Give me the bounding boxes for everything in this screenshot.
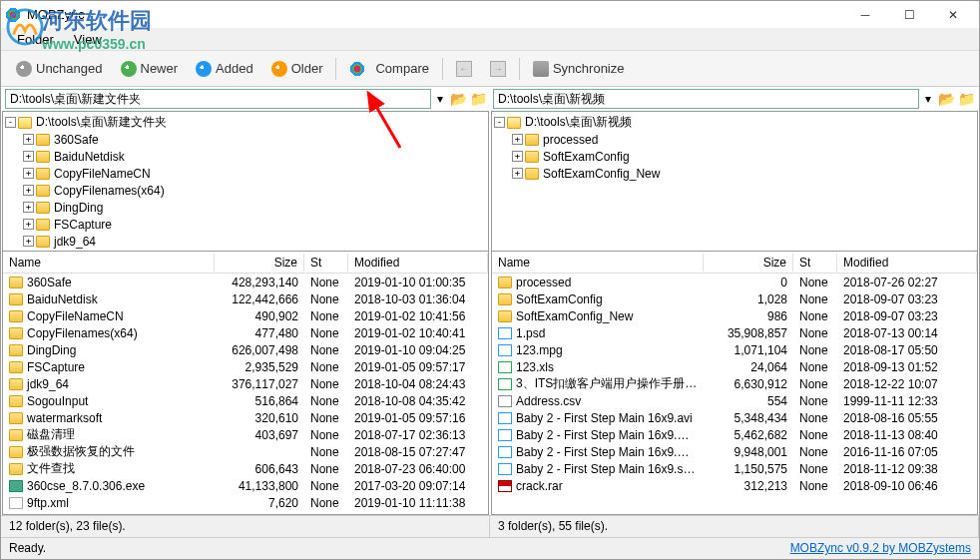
list-row[interactable]: watermarksoft320,610None2019-01-05 09:57… xyxy=(3,409,488,426)
menu-view[interactable]: View xyxy=(64,30,112,49)
list-row[interactable]: BaiduNetdisk122,442,666None2018-10-03 01… xyxy=(3,290,488,307)
list-row[interactable]: jdk9_64376,117,027None2018-10-04 08:24:4… xyxy=(3,375,488,392)
nav-left-button[interactable]: ← xyxy=(447,56,481,82)
tree-item[interactable]: +jdk9_64 xyxy=(5,233,486,250)
col-st[interactable]: St xyxy=(793,254,837,272)
tree-expand-icon[interactable]: + xyxy=(23,134,34,145)
right-folder-up-icon[interactable]: 📂 xyxy=(937,90,955,108)
list-row[interactable]: 1.psd35,908,857None2018-07-13 00:14 xyxy=(492,324,977,341)
tree-item[interactable]: +DingDing xyxy=(5,199,486,216)
list-row[interactable]: processed0None2018-07-26 02:27 xyxy=(492,274,977,290)
tree-item[interactable]: +BaiduNetdisk xyxy=(5,148,486,165)
right-folder-open-icon[interactable]: 📁 xyxy=(957,90,975,108)
list-row[interactable]: Baby 2 - First Step Main 16x9.mov5,462,6… xyxy=(492,426,977,443)
right-list[interactable]: Name Size St Modified processed0None2018… xyxy=(492,252,977,514)
tree-item[interactable]: +processed xyxy=(494,131,975,148)
tree-item[interactable]: +CopyFileNameCN xyxy=(5,165,486,182)
tree-collapse-icon[interactable]: - xyxy=(494,117,505,128)
list-row[interactable]: SoftExamConfig1,028None2018-09-07 03:23 xyxy=(492,290,977,307)
right-path-input[interactable] xyxy=(493,89,919,109)
left-folder-open-icon[interactable]: 📁 xyxy=(469,90,487,108)
tree-expand-icon[interactable]: + xyxy=(512,134,523,145)
filter-unchanged-button[interactable]: Unchanged xyxy=(7,56,112,82)
folder-icon xyxy=(9,361,23,373)
list-row[interactable]: crack.rar312,213None2018-09-10 06:46 xyxy=(492,477,977,494)
col-st[interactable]: St xyxy=(304,254,348,272)
col-modified[interactable]: Modified xyxy=(348,254,488,272)
list-row[interactable]: 360cse_8.7.0.306.exe41,133,800None2017-0… xyxy=(3,477,488,494)
nav-right-button[interactable]: → xyxy=(481,56,515,82)
tree-expand-icon[interactable]: + xyxy=(23,236,34,247)
left-path-input[interactable] xyxy=(5,89,431,109)
minimize-button[interactable]: ─ xyxy=(843,1,887,29)
list-row[interactable]: Baby 2 - First Step Main 16x9.smv1,150,5… xyxy=(492,460,977,477)
list-row[interactable]: Baby 2 - First Step Main 16x9.avi5,348,4… xyxy=(492,409,977,426)
col-name[interactable]: Name xyxy=(3,254,215,272)
file-size: 490,902 xyxy=(215,309,304,323)
file-size: 5,462,682 xyxy=(704,428,793,442)
list-row[interactable]: Baby 2 - First Step Main 16x9.mp49,948,0… xyxy=(492,443,977,460)
filter-older-button[interactable]: Older xyxy=(262,56,332,82)
list-row[interactable]: 9ftp.xml7,620None2019-01-10 11:11:38 xyxy=(3,494,488,511)
tree-expand-icon[interactable]: + xyxy=(23,202,34,213)
maximize-button[interactable]: ☐ xyxy=(887,1,931,29)
tree-expand-icon[interactable]: + xyxy=(23,185,34,196)
left-list[interactable]: Name Size St Modified 360Safe428,293,140… xyxy=(3,252,488,514)
file-status: None xyxy=(793,479,837,493)
right-tree[interactable]: - D:\tools\桌面\新视频 +processed+SoftExamCon… xyxy=(492,112,977,252)
list-row[interactable]: SogouInput516,864None2018-10-08 04:35:42 xyxy=(3,392,488,409)
filter-added-button[interactable]: Added xyxy=(187,56,262,82)
credit-link[interactable]: MOBZync v0.9.2 by MOBZystems xyxy=(782,538,979,559)
tree-item[interactable]: +SoftExamConfig_New xyxy=(494,165,975,182)
right-path-dropdown[interactable]: ▾ xyxy=(921,92,935,106)
list-row[interactable]: CopyFileNameCN490,902None2019-01-02 10:4… xyxy=(3,307,488,324)
col-name[interactable]: Name xyxy=(492,254,704,272)
list-row[interactable]: Address.csv554None1999-11-11 12:33 xyxy=(492,392,977,409)
tree-item[interactable]: +360Safe xyxy=(5,131,486,148)
close-button[interactable]: ✕ xyxy=(931,1,975,29)
list-row[interactable]: 360Safe428,293,140None2019-01-10 01:00:3… xyxy=(3,274,488,290)
file-status: None xyxy=(304,343,348,357)
menu-folder[interactable]: Folder xyxy=(7,30,64,49)
sync-label: Synchronize xyxy=(553,61,625,76)
tree-expand-icon[interactable]: + xyxy=(23,219,34,230)
list-row[interactable]: CopyFilenames(x64)477,480None2019-01-02 … xyxy=(3,324,488,341)
file-size: 428,293,140 xyxy=(215,276,304,289)
tree-root-row[interactable]: - D:\tools\桌面\新建文件夹 xyxy=(5,114,486,131)
tree-item-label: SoftExamConfig_New xyxy=(543,167,660,181)
col-modified[interactable]: Modified xyxy=(837,254,977,272)
file-status: None xyxy=(793,360,837,374)
folder-icon xyxy=(507,117,521,129)
tree-expand-icon[interactable]: + xyxy=(512,168,523,179)
folder-icon xyxy=(498,277,512,288)
tree-expand-icon[interactable]: + xyxy=(23,151,34,162)
col-size[interactable]: Size xyxy=(704,254,793,272)
filter-newer-button[interactable]: Newer xyxy=(112,56,188,82)
tree-expand-icon[interactable]: + xyxy=(512,151,523,162)
list-row[interactable]: 磁盘清理403,697None2018-07-17 02:36:13 xyxy=(3,426,488,443)
col-size[interactable]: Size xyxy=(215,254,304,272)
left-folder-up-icon[interactable]: 📂 xyxy=(449,90,467,108)
left-tree[interactable]: - D:\tools\桌面\新建文件夹 +360Safe+BaiduNetdis… xyxy=(3,112,488,252)
tree-root-row[interactable]: - D:\tools\桌面\新视频 xyxy=(494,114,975,131)
left-path-dropdown[interactable]: ▾ xyxy=(433,92,447,106)
list-row[interactable]: DingDing626,007,498None2019-01-10 09:04:… xyxy=(3,341,488,358)
tree-item[interactable]: +FSCapture xyxy=(5,216,486,233)
list-row[interactable]: FSCapture2,935,529None2019-01-05 09:57:1… xyxy=(3,358,488,375)
file-status: None xyxy=(793,394,837,408)
tree-expand-icon[interactable]: + xyxy=(23,168,34,179)
list-row[interactable]: 文件查找606,643None2018-07-23 06:40:00 xyxy=(3,460,488,477)
compare-button[interactable]: Compare xyxy=(340,56,437,82)
list-row[interactable]: 123.mpg1,071,104None2018-08-17 05:50 xyxy=(492,341,977,358)
tree-item[interactable]: +SoftExamConfig xyxy=(494,148,975,165)
list-row[interactable]: 123.xls24,064None2018-09-13 01:52 xyxy=(492,358,977,375)
list-row[interactable]: SoftExamConfig_New986None2018-09-07 03:2… xyxy=(492,307,977,324)
list-row[interactable]: 极强数据恢复的文件None2018-08-15 07:27:47 xyxy=(3,443,488,460)
file-name: Baby 2 - First Step Main 16x9.mp4 xyxy=(516,445,701,459)
synchronize-button[interactable]: Synchronize xyxy=(524,56,634,82)
tree-collapse-icon[interactable]: - xyxy=(5,117,16,128)
list-row[interactable]: 3、ITS扣缴客户端用户操作手册.doc6,630,912None2018-12… xyxy=(492,375,977,392)
file-status: None xyxy=(304,276,348,289)
tree-item[interactable]: +CopyFilenames(x64) xyxy=(5,182,486,199)
file-name: 123.xls xyxy=(516,360,554,374)
